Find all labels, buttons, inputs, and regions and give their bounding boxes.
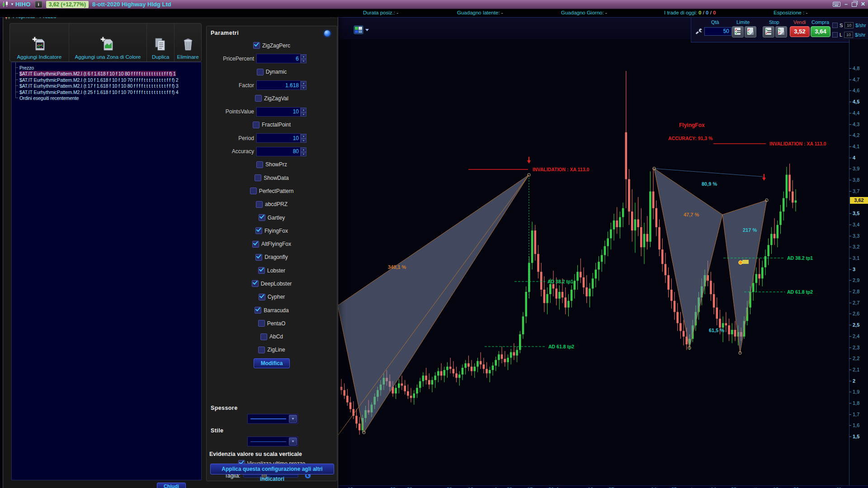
checkbox-label: DeepLobster [261, 281, 292, 287]
checkbox[interactable] [252, 280, 259, 287]
tree-item[interactable]: Prezzo [12, 64, 201, 70]
param-row-lobster[interactable]: Lobster [207, 264, 337, 277]
price-axis[interactable]: 4,84,74,64,54,44,34,24,143,93,83,73,53,4… [849, 39, 868, 485]
add-color-zone-button[interactable]: Aggiungi una Zona di Colore [69, 23, 147, 61]
buy-button[interactable]: 3,64 [811, 26, 830, 37]
param-row-gartley[interactable]: Gartley [207, 211, 337, 224]
spinner[interactable]: ▲▼ [301, 108, 307, 116]
accuracy-input[interactable]: 80 [256, 147, 301, 156]
param-row-flyingfox[interactable]: FlyingFox [207, 224, 337, 237]
param-row-dynamic[interactable]: Dynamic [207, 66, 337, 79]
price-tick: 1,9 [849, 389, 868, 394]
checkbox[interactable] [255, 227, 262, 234]
checkbox[interactable] [255, 254, 262, 261]
param-row-showdata[interactable]: ShowData [207, 171, 337, 184]
tree-item[interactable]: Ordini eseguiti recentemente [12, 94, 201, 100]
apply-to-all-button[interactable]: Applica questa configurazione agli altri… [210, 464, 334, 474]
checkbox[interactable] [256, 161, 263, 168]
param-row-accuracy: Accuracy80▲▼ [207, 145, 337, 158]
minimize-button[interactable]: – [844, 0, 848, 9]
checkbox[interactable] [259, 294, 265, 300]
checkbox[interactable] [255, 174, 261, 181]
order-stop-buy-icon[interactable] [775, 26, 787, 38]
param-row-pricepercent: PricePercent6▲▼ [207, 52, 337, 65]
spessore-dropdown[interactable]: ▼ [247, 414, 298, 424]
checkbox[interactable] [260, 333, 267, 340]
chart-style-dropdown[interactable] [354, 25, 371, 35]
checkbox[interactable] [257, 69, 264, 75]
param-row-zigzagperc[interactable]: ZigZagPerc [207, 39, 337, 52]
tree-item[interactable]: $AT.IT EurhythmicPattern.M2.I (t 10 f 1.… [12, 76, 201, 82]
param-row-dragonfly[interactable]: Dragonfly [207, 251, 337, 264]
l-checkbox[interactable] [832, 32, 838, 38]
sell-button[interactable]: 3,52 [790, 26, 810, 37]
spinner[interactable]: ▲▼ [301, 147, 307, 156]
s-checkbox[interactable] [832, 23, 838, 28]
checkbox[interactable] [255, 307, 261, 314]
dropdown-arrow-icon[interactable]: ▼ [289, 437, 297, 446]
stop-auto-row: S 10 $/shr [832, 22, 866, 28]
keyboard-icon[interactable] [833, 2, 840, 7]
symbol-dropdown-icon[interactable]: ▼ [10, 2, 14, 6]
param-row-zigline[interactable]: ZigLine [207, 343, 337, 357]
param-row-deeplobster[interactable]: DeepLobster [207, 277, 337, 290]
field-label: Factor [207, 82, 254, 89]
pricepercent-input[interactable]: 6 [256, 54, 301, 63]
stile-dropdown[interactable]: ▼ [247, 436, 298, 446]
l-input[interactable]: 10 [844, 32, 853, 38]
param-row-zigzagval[interactable]: ZigZagVal [207, 92, 337, 105]
left-wedge[interactable] [338, 175, 529, 432]
checkbox[interactable] [250, 188, 257, 194]
param-row-fractalpoint[interactable]: FractalPoint [207, 118, 337, 131]
checkbox[interactable] [252, 241, 259, 248]
param-row-altflyingfox[interactable]: AltFlyingFox [207, 237, 337, 250]
spinner[interactable]: ▲▼ [301, 81, 307, 89]
param-row-factor: Factor1.618▲▼ [207, 79, 337, 92]
modifica-button[interactable]: Modifica [254, 358, 290, 368]
add-indicator-button[interactable]: Aggiungi Indicatore [10, 23, 69, 61]
tree-item[interactable]: $AT.IT EurhythmicPattern.M2.I (t 6 f 1.6… [12, 70, 201, 76]
checkbox[interactable] [256, 201, 263, 208]
close-button[interactable]: ✕ [861, 0, 865, 9]
checkbox[interactable] [258, 347, 265, 353]
price-tick: 2,9 [849, 277, 868, 283]
tree-item[interactable]: $AT.IT EurhythmicPattern.M2.I (t 17 f 1.… [12, 82, 201, 88]
delete-button[interactable]: Eliminare [175, 23, 201, 61]
checkbox[interactable] [259, 214, 265, 221]
chiudi-button[interactable]: Chiudi [157, 483, 186, 488]
alert-label: FlyingFox [679, 122, 705, 128]
pointsvalue-input[interactable]: 10 [256, 107, 301, 117]
checkbox[interactable] [253, 122, 259, 128]
checkbox[interactable] [258, 267, 265, 274]
flyingfox-xab[interactable] [654, 169, 722, 348]
target-label: AD 61.8 tp2 [787, 289, 813, 295]
param-row-abcdprz[interactable]: abcdPRZ [207, 198, 337, 211]
checkbox[interactable] [258, 320, 265, 327]
duplicate-button[interactable]: Duplica [147, 23, 175, 61]
price-tick: 2 [849, 378, 868, 384]
param-row-showprz[interactable]: ShowPrz [207, 158, 337, 171]
order-limit-sell-icon[interactable] [732, 26, 744, 38]
restore-button[interactable] [852, 2, 857, 7]
param-row-perfectpattern[interactable]: PerfectPattern [207, 184, 337, 197]
tree-item[interactable]: $AT.IT EurhythmicPattern.M2.I (t 25 f 1.… [12, 89, 201, 94]
param-row-pentao[interactable]: PentaO [207, 317, 337, 330]
s-input[interactable]: 10 [844, 22, 854, 28]
price-tick: 3,2 [849, 244, 868, 249]
param-row-barracuda[interactable]: Barracuda [207, 304, 337, 317]
spinner[interactable]: ▲▼ [301, 54, 307, 63]
order-limit-buy-icon[interactable] [745, 26, 756, 38]
spinner[interactable]: ▲▼ [301, 134, 307, 142]
qty-input[interactable]: 50 [704, 27, 731, 36]
info-icon[interactable]: i [35, 1, 42, 8]
checkbox[interactable] [255, 95, 262, 102]
order-stop-sell-icon[interactable] [763, 26, 774, 38]
period-input[interactable]: 10 [256, 133, 301, 143]
checkbox[interactable] [253, 42, 260, 49]
dropdown-arrow-icon[interactable]: ▼ [289, 415, 297, 423]
param-row-cypher[interactable]: Cypher [207, 291, 337, 304]
wrench-icon[interactable] [695, 28, 703, 36]
time-axis[interactable]: 19apr0820mag0819giu081726lug1627ago1425s… [275, 485, 868, 488]
factor-input[interactable]: 1.618 [256, 80, 301, 90]
param-row-abcd[interactable]: AbCd [207, 330, 337, 343]
